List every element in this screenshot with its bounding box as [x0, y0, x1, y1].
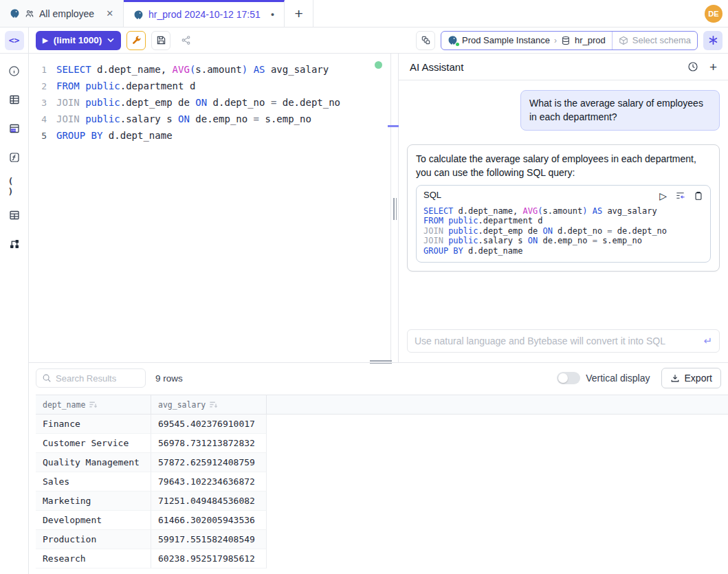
sort-icon	[89, 400, 98, 409]
assistant-answer-text: To calculate the average salary of emplo…	[416, 152, 711, 180]
scroll-indicator	[388, 125, 399, 127]
results-toolbar: 9 rows Vertical display Export	[29, 363, 728, 393]
line-number: 4	[29, 114, 56, 124]
table-data-icon-active[interactable]	[8, 122, 21, 135]
table-cell[interactable]: 59917.551582408549	[151, 530, 267, 549]
ai-assistant-button[interactable]	[703, 31, 723, 50]
tab-all-employee[interactable]: All employee ✕	[0, 0, 124, 27]
sql-editor[interactable]: 1SELECT d.dept_name, AVG(s.amount) AS av…	[29, 54, 390, 362]
snippet-code: SELECT d.dept_name, AVG(s.amount) AS avg…	[423, 206, 703, 256]
assistant-message-bubble: To calculate the average salary of emplo…	[407, 144, 720, 272]
results-table: dept_name avg_salary Finance69545.402376…	[36, 395, 728, 574]
new-tab-button[interactable]: +	[285, 0, 313, 27]
table-cell[interactable]: Research	[36, 549, 151, 569]
tab-hr-prod[interactable]: hr_prod 2024-10-12 17:51 ●	[124, 0, 285, 27]
panel-resize-divider[interactable]	[390, 54, 399, 362]
table-row[interactable]: Quality Management57872.625912408759	[36, 453, 728, 472]
row-filler	[267, 549, 728, 569]
user-message-bubble: What is the average salary of employees …	[520, 90, 720, 131]
breadcrumb-separator: ›	[554, 36, 557, 45]
insert-into-editor-icon[interactable]	[675, 190, 685, 201]
header-filler	[267, 395, 728, 414]
table-cell[interactable]: Customer Service	[36, 434, 151, 453]
new-chat-plus-icon[interactable]: +	[709, 60, 717, 74]
copy-icon[interactable]	[694, 191, 703, 201]
table-row[interactable]: Marketing71251.049484536082	[36, 492, 728, 511]
vertical-display-toggle[interactable]	[557, 372, 580, 384]
row-filler	[267, 415, 728, 434]
openai-icon	[708, 35, 718, 45]
info-icon[interactable]	[8, 65, 21, 77]
table-cell[interactable]: 71251.049484536082	[151, 492, 267, 511]
tables-icon[interactable]	[8, 93, 21, 106]
line-number: 5	[29, 131, 56, 141]
schema-selector[interactable]: Select schema	[612, 32, 697, 49]
history-clock-icon[interactable]	[687, 61, 698, 72]
column-header-avg-salary[interactable]: avg_salary	[151, 395, 267, 414]
table-cell[interactable]: Production	[36, 530, 151, 549]
row-filler	[267, 530, 728, 549]
table-cell[interactable]: Finance	[36, 415, 151, 434]
save-button[interactable]	[151, 31, 170, 50]
table-cell[interactable]: 60238.952517985612	[151, 549, 267, 569]
table-cell[interactable]: Sales	[36, 472, 151, 492]
horizontal-drag-grip-icon[interactable]	[370, 360, 392, 364]
table-cell[interactable]: Marketing	[36, 492, 151, 511]
table-row[interactable]: Finance69545.402376910017	[36, 415, 728, 434]
table-cell[interactable]: 69545.402376910017	[151, 415, 267, 434]
export-button[interactable]: Export	[661, 368, 721, 388]
run-label: (limit 1000)	[54, 35, 102, 45]
table-cell[interactable]: 79643.102234636872	[151, 472, 267, 492]
batch-query-button[interactable]	[416, 31, 435, 50]
code-panel-toggle-button[interactable]: <>	[5, 31, 24, 50]
table-cell[interactable]: Development	[36, 511, 151, 530]
results-panel: 9 rows Vertical display Export dept_name	[29, 362, 728, 574]
close-icon[interactable]: ✕	[106, 8, 113, 19]
format-sql-button[interactable]	[126, 31, 146, 50]
table-cell[interactable]: 61466.302005943536	[151, 511, 267, 530]
column-header-dept-name[interactable]: dept_name	[36, 395, 151, 414]
table-cell[interactable]: 57872.625912408759	[151, 453, 267, 472]
postgres-icon	[133, 10, 144, 20]
instance-status-dot	[456, 43, 459, 46]
code-language-label: SQL	[423, 189, 441, 202]
functions-icon[interactable]	[8, 151, 21, 164]
row-filler	[267, 434, 728, 453]
content-area: ( ) 1SELECT d.dept_name, AVG(s.amount) A…	[0, 54, 728, 574]
run-snippet-icon[interactable]: ▷	[659, 191, 667, 201]
chevron-down-icon	[107, 38, 114, 43]
line-number: 3	[29, 98, 56, 108]
procedures-icon[interactable]: ( )	[8, 180, 21, 192]
code-line: GROUP BY d.dept_name	[423, 246, 703, 256]
row-count: 9 rows	[155, 373, 183, 384]
ai-panel-header: AI Assistant +	[399, 54, 728, 80]
run-query-button[interactable]: ▶ (limit 1000)	[36, 31, 121, 50]
table-row[interactable]: Research60238.952517985612	[36, 549, 728, 569]
avatar[interactable]: DE	[705, 5, 723, 23]
ai-assistant-panel: AI Assistant + What is the average salar…	[399, 54, 728, 362]
upper-panes: 1SELECT d.dept_name, AVG(s.amount) AS av…	[29, 54, 728, 362]
table-row[interactable]: Customer Service56978.731213872832	[36, 434, 728, 453]
instance-database-selector[interactable]: Prod Sample Instance › hr_prod	[441, 32, 612, 49]
table-row[interactable]: Development61466.302005943536	[36, 511, 728, 530]
table-row[interactable]: Production59917.551582408549	[36, 530, 728, 549]
results-search-input[interactable]	[56, 373, 140, 384]
play-icon: ▶	[43, 36, 48, 44]
table-cell[interactable]: Quality Management	[36, 453, 151, 472]
share-icon	[181, 35, 191, 45]
vertical-display-label: Vertical display	[586, 373, 650, 384]
table-cell[interactable]: 56978.731213872832	[151, 434, 267, 453]
share-button[interactable]	[176, 31, 195, 50]
enter-return-icon[interactable]: ↵	[703, 335, 712, 347]
postgres-icon	[448, 35, 458, 45]
code-line: 2FROM public.department d	[29, 78, 390, 94]
row-filler	[267, 492, 728, 511]
views-icon[interactable]	[8, 209, 21, 221]
tab-label: All employee	[39, 8, 94, 19]
instance-name: Prod Sample Instance	[462, 35, 550, 45]
search-icon	[42, 373, 52, 383]
connection-picker: Prod Sample Instance › hr_prod Select sc…	[441, 31, 698, 50]
table-row[interactable]: Sales79643.102234636872	[36, 472, 728, 492]
ai-prompt-input[interactable]	[415, 335, 703, 346]
schema-diagram-icon[interactable]	[8, 238, 21, 250]
